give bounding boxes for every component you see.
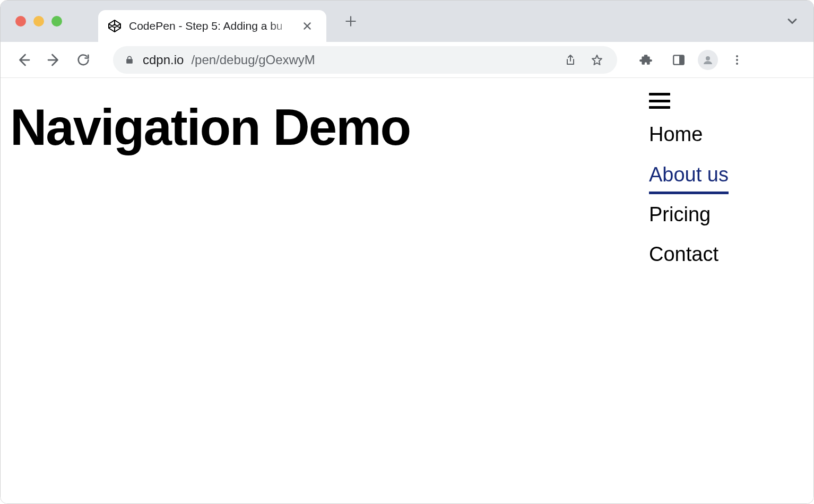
side-panel-icon[interactable] (665, 46, 692, 74)
bookmark-icon[interactable] (587, 50, 607, 69)
window-close-button[interactable] (15, 16, 26, 27)
profile-avatar[interactable] (698, 50, 718, 70)
tab-title: CodePen - Step 5: Adding a bu (129, 20, 293, 32)
svg-point-2 (706, 56, 710, 60)
svg-point-5 (736, 63, 738, 65)
tab-close-button[interactable] (301, 20, 314, 32)
nav-item-contact[interactable]: Contact (649, 234, 729, 274)
tab-strip: CodePen - Step 5: Adding a bu (1, 1, 813, 42)
browser-toolbar: cdpn.io/pen/debug/gOexwyM (1, 42, 813, 78)
toolbar-right (632, 46, 751, 74)
window-zoom-button[interactable] (51, 16, 62, 27)
extensions-icon[interactable] (632, 46, 660, 74)
nav-item-about-us[interactable]: About us (649, 154, 729, 194)
tabs: CodePen - Step 5: Adding a bu (98, 1, 362, 42)
codepen-icon (108, 19, 122, 33)
page-body: Navigation Demo Home About us Pricing (1, 78, 813, 503)
page-viewport: Navigation Demo Home About us Pricing (1, 78, 813, 503)
nav-item-label: About us (649, 163, 729, 186)
svg-point-3 (736, 55, 738, 57)
browser-window: CodePen - Step 5: Adding a bu (0, 0, 814, 504)
hamburger-menu-icon[interactable] (649, 93, 670, 109)
browser-tab[interactable]: CodePen - Step 5: Adding a bu (98, 10, 326, 42)
svg-rect-1 (679, 55, 684, 64)
kebab-menu-icon[interactable] (723, 46, 751, 74)
url-path: /pen/debug/gOexwyM (191, 53, 315, 67)
forward-button[interactable] (40, 46, 67, 74)
lock-icon (124, 54, 135, 66)
share-icon[interactable] (561, 50, 580, 69)
nav-item-label: Contact (649, 243, 718, 265)
window-controls (1, 1, 62, 42)
tabs-dropdown-button[interactable] (785, 14, 800, 29)
nav-item-label: Pricing (649, 203, 711, 225)
site-navigation: Home About us Pricing Contact (649, 93, 729, 274)
nav-item-label: Home (649, 123, 703, 145)
reload-button[interactable] (70, 46, 97, 74)
address-bar[interactable]: cdpn.io/pen/debug/gOexwyM (113, 46, 617, 74)
svg-point-4 (736, 59, 738, 61)
back-button[interactable] (10, 46, 38, 74)
window-minimize-button[interactable] (33, 16, 44, 27)
url-host: cdpn.io (143, 53, 184, 67)
new-tab-button[interactable] (339, 10, 362, 33)
nav-item-pricing[interactable]: Pricing (649, 194, 729, 234)
nav-item-home[interactable]: Home (649, 114, 729, 154)
nav-list: Home About us Pricing Contact (649, 114, 729, 274)
